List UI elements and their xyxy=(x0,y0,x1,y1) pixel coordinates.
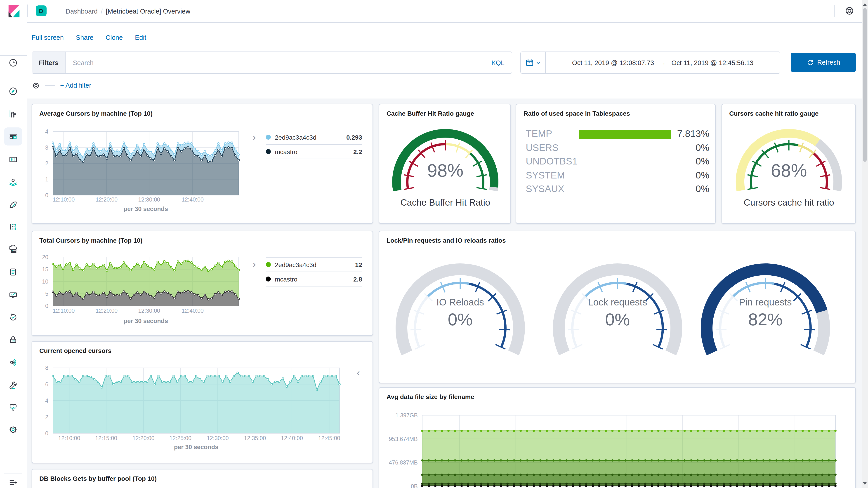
svg-text:12:15:00: 12:15:00 xyxy=(95,435,117,441)
sidebar-item-visualize-chart[interactable] xyxy=(4,105,22,123)
svg-text:Cache Buffer Hit Ratio: Cache Buffer Hit Ratio xyxy=(400,197,490,207)
tablespace-value: 0% xyxy=(695,142,709,153)
panel-title[interactable]: DB Blocks Gets by buffer pool (Top 10) xyxy=(39,475,157,482)
svg-text:12:25:00: 12:25:00 xyxy=(169,435,191,441)
svg-text:1: 1 xyxy=(45,176,49,183)
refresh-button[interactable]: Refresh xyxy=(791,53,856,72)
chevron-left-icon[interactable]: ‹ xyxy=(357,368,360,377)
sidebar-item-apm[interactable] xyxy=(4,286,22,304)
dashboard-badge[interactable]: D xyxy=(36,5,46,16)
panel-db-blocks: DB Blocks Gets by buffer pool (Top 10) xyxy=(32,469,373,488)
chart-legend: 2ed9ac3a4c3d 0.293 mcastro 2.2 xyxy=(266,130,362,159)
svg-text:4: 4 xyxy=(45,128,49,135)
tablespace-value: 7.813% xyxy=(677,128,709,139)
svg-text:12:30:00: 12:30:00 xyxy=(138,307,160,314)
panel-lock-pin-ratios: Lock/Pin requests and IO reloads ratios … xyxy=(379,231,856,383)
svg-text:4: 4 xyxy=(45,397,49,404)
full-screen-button[interactable]: Full screen xyxy=(32,34,64,41)
sidebar-item-maps[interactable] xyxy=(4,173,22,191)
panel-title[interactable]: Average Cursors by machine (Top 10) xyxy=(39,110,153,117)
sidebar-item-logs[interactable] xyxy=(4,263,22,281)
kql-toggle[interactable]: KQL xyxy=(491,52,512,73)
breadcrumb-dashboard[interactable]: Dashboard xyxy=(66,7,98,15)
gear-icon[interactable] xyxy=(32,81,40,90)
top-header: D Dashboard / [Metricbeat Oracle] Overvi… xyxy=(0,0,868,23)
panel-tablespaces: Ratio of used space in Tablespaces TEMP … xyxy=(516,104,716,224)
panel-title[interactable]: Total Cursors by machine (Top 10) xyxy=(39,237,143,244)
sidebar-item-service-map[interactable] xyxy=(4,353,22,371)
legend-item[interactable]: 2ed9ac3a4c3d 12 xyxy=(266,257,362,271)
svg-text:12:40:00: 12:40:00 xyxy=(182,196,204,203)
sidebar-collapse-button[interactable] xyxy=(4,473,22,488)
panel-average-cursors: Average Cursors by machine (Top 10) 0123… xyxy=(32,104,373,224)
legend-item[interactable]: 2ed9ac3a4c3d 0.293 xyxy=(266,130,362,144)
lock-pin-io-gauges: IO Reloads0%Lock requests0%Pin requests8… xyxy=(379,231,856,384)
open-cursors-chart[interactable]: 0246812:10:0012:15:0012:20:0012:25:0012:… xyxy=(32,355,373,464)
scrollbar-up-arrow[interactable] xyxy=(863,3,867,6)
sidebar-nav xyxy=(0,22,27,488)
tablespace-label: UNDOTBS1 xyxy=(526,156,578,167)
chevron-down-icon xyxy=(535,60,541,66)
edit-button[interactable]: Edit xyxy=(135,34,146,41)
sidebar-item-dashboard[interactable] xyxy=(4,127,22,145)
page-scrollbar xyxy=(862,0,868,488)
filters-button[interactable]: Filters xyxy=(32,52,66,73)
svg-text:0%: 0% xyxy=(448,310,473,329)
header-divider xyxy=(834,5,835,17)
avg-file-size-chart[interactable]: 1.397GB953.674MB476.837MB0B xyxy=(379,401,856,488)
logs-icon xyxy=(8,267,18,277)
svg-text:10: 10 xyxy=(42,278,49,285)
sidebar-item-management-gear[interactable] xyxy=(4,421,22,439)
sidebar-item-monitoring-heart[interactable] xyxy=(4,398,22,416)
svg-text:0%: 0% xyxy=(605,310,630,329)
legend-item[interactable]: mcastro 2.8 xyxy=(266,271,362,287)
add-filter-row: + Add filter xyxy=(32,80,91,91)
series-dot xyxy=(266,262,271,267)
calendar-menu-button[interactable] xyxy=(521,52,546,73)
series-value: 2.2 xyxy=(353,148,362,155)
scrollbar-down-arrow[interactable] xyxy=(863,482,867,485)
search-input[interactable] xyxy=(66,52,491,73)
series-value: 12 xyxy=(355,261,362,268)
chevron-right-icon[interactable]: › xyxy=(253,132,256,142)
sidebar-item-machine-learning[interactable] xyxy=(4,196,22,214)
date-to[interactable]: Oct 11, 2019 @ 12:45:56.13 xyxy=(672,59,754,66)
svg-text:0B: 0B xyxy=(411,483,418,488)
legend-item[interactable]: mcastro 2.2 xyxy=(266,144,362,159)
sidebar-item-graph[interactable] xyxy=(4,218,22,236)
clone-button[interactable]: Clone xyxy=(105,34,123,41)
date-from[interactable]: Oct 11, 2019 @ 12:08:07.73 xyxy=(572,59,654,66)
svg-text:0: 0 xyxy=(45,430,49,436)
series-value: 0.293 xyxy=(346,133,362,141)
panel-total-cursors: Total Cursors by machine (Top 10) 051015… xyxy=(32,231,373,336)
sidebar-item-canvas[interactable] xyxy=(4,151,22,168)
tablespace-list: TEMP 7.813% USERS 0% UNDOTBS1 0% SYSTEM … xyxy=(516,104,715,223)
sidebar-item-dev-tools-wrench[interactable] xyxy=(4,376,22,394)
svg-text:953.674MB: 953.674MB xyxy=(389,436,418,442)
svg-text:per 30 seconds: per 30 seconds xyxy=(124,205,168,213)
svg-text:12:40:00: 12:40:00 xyxy=(281,435,303,441)
add-filter-button[interactable]: + Add filter xyxy=(60,82,91,89)
panel-title[interactable]: Avg data file size by filename xyxy=(386,393,474,400)
panel-title[interactable]: Current opened cursors xyxy=(39,347,112,354)
sidebar-item-siem-lock[interactable] xyxy=(4,331,22,349)
svg-text:8: 8 xyxy=(45,365,49,371)
tablespace-label: SYSTEM xyxy=(526,170,565,181)
svg-text:per 30 seconds: per 30 seconds xyxy=(124,318,168,324)
tablespace-value: 0% xyxy=(695,170,709,181)
series-dot xyxy=(266,149,271,154)
sidebar-item-uptime[interactable] xyxy=(4,308,22,326)
svg-text:12:10:00: 12:10:00 xyxy=(53,307,74,314)
scrollbar-thumb[interactable] xyxy=(863,8,867,162)
kibana-logo-icon[interactable] xyxy=(8,4,20,18)
svg-text:12:10:00: 12:10:00 xyxy=(53,196,74,203)
svg-text:per 30 seconds: per 30 seconds xyxy=(174,444,219,451)
chevron-right-icon[interactable]: › xyxy=(253,259,256,269)
share-button[interactable]: Share xyxy=(76,34,93,41)
tablespace-value: 0% xyxy=(695,184,709,194)
cursors-cache-hit-ratio-gauge: 68%Cursors cache hit ratio xyxy=(722,104,856,224)
sidebar-item-metrics-cloud[interactable] xyxy=(4,240,22,258)
sidebar-item-discover-compass[interactable] xyxy=(4,82,22,100)
sidebar-item-clock[interactable] xyxy=(4,54,22,72)
help-button[interactable] xyxy=(843,4,856,18)
